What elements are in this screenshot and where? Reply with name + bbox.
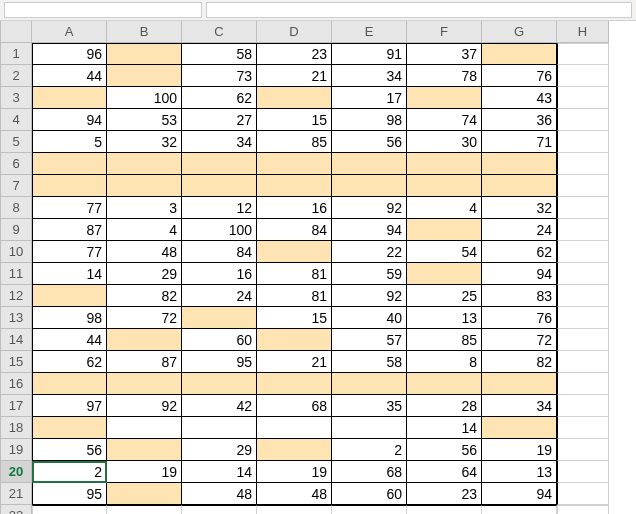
cell-H20[interactable] <box>557 461 609 483</box>
cell-F1[interactable]: 37 <box>407 43 482 65</box>
cell-A17[interactable]: 97 <box>32 395 107 417</box>
cell-C13[interactable] <box>182 307 257 329</box>
cell-E6[interactable] <box>332 153 407 175</box>
cell-A21[interactable]: 95 <box>32 483 107 505</box>
cell-G10[interactable]: 62 <box>482 241 557 263</box>
cell-H8[interactable] <box>557 197 609 219</box>
cell-B8[interactable]: 3 <box>107 197 182 219</box>
cell-H7[interactable] <box>557 175 609 197</box>
cell-C15[interactable]: 95 <box>182 351 257 373</box>
cell-C2[interactable]: 73 <box>182 65 257 87</box>
cell-H17[interactable] <box>557 395 609 417</box>
cell-D22[interactable] <box>257 505 332 514</box>
row-header-4[interactable]: 4 <box>0 109 32 131</box>
cell-B22[interactable] <box>107 505 182 514</box>
cell-E17[interactable]: 35 <box>332 395 407 417</box>
cell-C3[interactable]: 62 <box>182 87 257 109</box>
cell-F12[interactable]: 25 <box>407 285 482 307</box>
cell-B5[interactable]: 32 <box>107 131 182 153</box>
cell-F7[interactable] <box>407 175 482 197</box>
cell-D17[interactable]: 68 <box>257 395 332 417</box>
cell-B17[interactable]: 92 <box>107 395 182 417</box>
cell-D5[interactable]: 85 <box>257 131 332 153</box>
cell-C10[interactable]: 84 <box>182 241 257 263</box>
cell-F19[interactable]: 56 <box>407 439 482 461</box>
cell-B6[interactable] <box>107 153 182 175</box>
cell-G6[interactable] <box>482 153 557 175</box>
cell-G21[interactable]: 94 <box>482 483 557 505</box>
cell-F14[interactable]: 85 <box>407 329 482 351</box>
cell-B14[interactable] <box>107 329 182 351</box>
col-header-B[interactable]: B <box>107 21 182 43</box>
cell-G4[interactable]: 36 <box>482 109 557 131</box>
cell-B19[interactable] <box>107 439 182 461</box>
cell-E4[interactable]: 98 <box>332 109 407 131</box>
cell-H16[interactable] <box>557 373 609 395</box>
cell-B3[interactable]: 100 <box>107 87 182 109</box>
cell-G15[interactable]: 82 <box>482 351 557 373</box>
cell-E8[interactable]: 92 <box>332 197 407 219</box>
cell-C4[interactable]: 27 <box>182 109 257 131</box>
name-box[interactable] <box>4 2 202 18</box>
cell-E22[interactable] <box>332 505 407 514</box>
cell-C9[interactable]: 100 <box>182 219 257 241</box>
cell-E12[interactable]: 92 <box>332 285 407 307</box>
cell-E3[interactable]: 17 <box>332 87 407 109</box>
cell-C14[interactable]: 60 <box>182 329 257 351</box>
cell-A12[interactable] <box>32 285 107 307</box>
cell-H18[interactable] <box>557 417 609 439</box>
cell-A8[interactable]: 77 <box>32 197 107 219</box>
cell-G19[interactable]: 19 <box>482 439 557 461</box>
cell-E1[interactable]: 91 <box>332 43 407 65</box>
col-header-E[interactable]: E <box>332 21 407 43</box>
cell-G3[interactable]: 43 <box>482 87 557 109</box>
cell-D19[interactable] <box>257 439 332 461</box>
cell-H19[interactable] <box>557 439 609 461</box>
cell-H9[interactable] <box>557 219 609 241</box>
row-header-11[interactable]: 11 <box>0 263 32 285</box>
row-header-19[interactable]: 19 <box>0 439 32 461</box>
row-header-12[interactable]: 12 <box>0 285 32 307</box>
cell-H6[interactable] <box>557 153 609 175</box>
cell-H10[interactable] <box>557 241 609 263</box>
cell-B15[interactable]: 87 <box>107 351 182 373</box>
row-header-22[interactable]: 22 <box>0 505 32 514</box>
cell-F5[interactable]: 30 <box>407 131 482 153</box>
cell-F8[interactable]: 4 <box>407 197 482 219</box>
row-header-1[interactable]: 1 <box>0 43 32 65</box>
cell-D10[interactable] <box>257 241 332 263</box>
cell-E13[interactable]: 40 <box>332 307 407 329</box>
cell-H21[interactable] <box>557 483 609 505</box>
cell-E7[interactable] <box>332 175 407 197</box>
col-header-C[interactable]: C <box>182 21 257 43</box>
cell-D15[interactable]: 21 <box>257 351 332 373</box>
row-header-10[interactable]: 10 <box>0 241 32 263</box>
cell-H11[interactable] <box>557 263 609 285</box>
cell-E9[interactable]: 94 <box>332 219 407 241</box>
col-header-G[interactable]: G <box>482 21 557 43</box>
cell-D1[interactable]: 23 <box>257 43 332 65</box>
row-header-18[interactable]: 18 <box>0 417 32 439</box>
cell-G13[interactable]: 76 <box>482 307 557 329</box>
cell-H22[interactable] <box>557 505 609 514</box>
cell-F22[interactable] <box>407 505 482 514</box>
cell-E14[interactable]: 57 <box>332 329 407 351</box>
cell-A14[interactable]: 44 <box>32 329 107 351</box>
cell-F10[interactable]: 54 <box>407 241 482 263</box>
cell-F6[interactable] <box>407 153 482 175</box>
cell-E16[interactable] <box>332 373 407 395</box>
cell-G8[interactable]: 32 <box>482 197 557 219</box>
cell-H3[interactable] <box>557 87 609 109</box>
row-header-16[interactable]: 16 <box>0 373 32 395</box>
row-header-21[interactable]: 21 <box>0 483 32 505</box>
cell-A1[interactable]: 96 <box>32 43 107 65</box>
select-all-corner[interactable] <box>0 21 32 43</box>
cell-A3[interactable] <box>32 87 107 109</box>
cell-B2[interactable] <box>107 65 182 87</box>
cell-D9[interactable]: 84 <box>257 219 332 241</box>
row-header-14[interactable]: 14 <box>0 329 32 351</box>
cell-D20[interactable]: 19 <box>257 461 332 483</box>
cell-B10[interactable]: 48 <box>107 241 182 263</box>
cell-D21[interactable]: 48 <box>257 483 332 505</box>
cell-D11[interactable]: 81 <box>257 263 332 285</box>
